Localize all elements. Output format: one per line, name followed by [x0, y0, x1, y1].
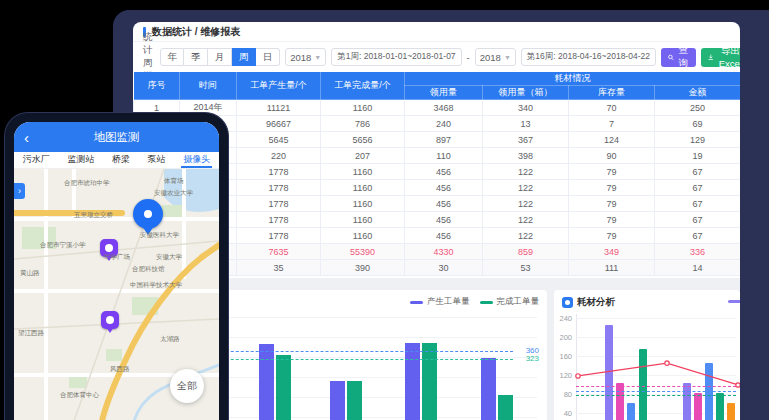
table-cell: 30: [405, 260, 483, 276]
back-icon[interactable]: ‹: [24, 130, 29, 145]
legend-swatch: [480, 301, 493, 304]
tab-摄像头[interactable]: 摄像头: [181, 152, 212, 168]
all-button[interactable]: 全部: [170, 369, 204, 403]
bar-完成工单量[interactable]: [347, 381, 362, 420]
consumable-bar[interactable]: [683, 383, 691, 420]
table-cell: 1160: [321, 228, 405, 244]
col-no: 序号: [134, 72, 180, 100]
table-cell: 220: [237, 148, 321, 164]
table-cell: 122: [483, 228, 569, 244]
table-cell: 19: [655, 148, 741, 164]
table-cell: 124: [569, 132, 655, 148]
selected-location-pin[interactable]: [133, 199, 163, 229]
period-option[interactable]: 日: [256, 48, 280, 66]
period-option[interactable]: 年: [160, 48, 184, 66]
table-cell: 13: [483, 116, 569, 132]
map-label: 风西路: [110, 365, 130, 374]
consumable-bar[interactable]: [694, 393, 702, 420]
y-tick-label: 200: [554, 333, 572, 342]
legend-item[interactable]: 产生工单量: [410, 296, 470, 308]
tab-桥梁[interactable]: 桥梁: [110, 152, 132, 168]
col-sub-4: 金额: [655, 86, 741, 100]
table-cell: 1160: [321, 196, 405, 212]
table-cell: 367: [483, 132, 569, 148]
tab-监测站[interactable]: 监测站: [65, 152, 96, 168]
consumable-bar[interactable]: [716, 393, 724, 420]
table-cell: 336: [655, 244, 741, 260]
breadcrumb-text: 数据统计 / 维修报表: [152, 25, 240, 39]
col-time: 时间: [180, 72, 237, 100]
phone-tabs: 污水厂监测站桥梁泵站摄像头: [14, 152, 219, 169]
camera-marker[interactable]: [101, 311, 119, 329]
map-label: 中国科学技术大学: [130, 281, 182, 290]
table-cell: 79: [569, 196, 655, 212]
map-expand-button[interactable]: ›: [14, 183, 25, 199]
legend-item[interactable]: 完成工单量: [480, 296, 540, 308]
table-cell: 7635: [237, 244, 321, 260]
table-cell: 1778: [237, 196, 321, 212]
table-cell: 79: [569, 228, 655, 244]
tab-污水厂[interactable]: 污水厂: [21, 152, 52, 168]
year-start-select[interactable]: 2018 ▼: [285, 48, 326, 66]
table-cell: 1778: [237, 212, 321, 228]
table-cell: 90: [569, 148, 655, 164]
reference-line: [576, 395, 736, 396]
consumable-bar[interactable]: [616, 383, 624, 420]
y-axis: [576, 314, 577, 420]
col-completed: 工单完成量/个: [321, 72, 405, 100]
legend-label: 产生工单量: [427, 296, 470, 308]
bar-完成工单量[interactable]: [422, 343, 437, 420]
bar-完成工单量[interactable]: [498, 395, 513, 420]
table-cell: 207: [321, 148, 405, 164]
y-tick-label: 120: [554, 371, 572, 380]
tab-泵站[interactable]: 泵站: [146, 152, 168, 168]
range-start-input[interactable]: 第1周: 2018-01-01~2018-01-07: [331, 48, 461, 66]
table-cell: 53: [483, 260, 569, 276]
consumable-bar[interactable]: [627, 403, 635, 420]
chevron-down-icon: ▼: [504, 54, 511, 61]
table-cell: 35: [237, 260, 321, 276]
export-excel-button[interactable]: 导出Excel: [701, 48, 740, 67]
table-row[interactable]: 12014年111211160346834070250: [134, 100, 741, 116]
map-label: 合肥科技馆: [132, 265, 165, 274]
bar-产生工单量[interactable]: [330, 381, 345, 420]
table-cell: 897: [405, 132, 483, 148]
legend-label: 完成工单量: [497, 296, 540, 308]
range-end-input[interactable]: 第16周: 2018-04-16~2018-04-22: [521, 48, 656, 66]
map-label: 合肥市宁溪小学: [40, 241, 86, 250]
bar-产生工单量[interactable]: [405, 343, 420, 420]
map-view[interactable]: › 全部 合肥市琥珀中学体育场安徽农业大学五里墩立交桥安徽医科大学合肥市宁溪小学…: [14, 169, 219, 420]
table-cell: 859: [483, 244, 569, 260]
bar-产生工单量[interactable]: [259, 344, 274, 420]
consumable-bar[interactable]: [639, 349, 647, 420]
reference-label: 360: [526, 346, 539, 355]
table-cell: 122: [483, 196, 569, 212]
map-label: 安徽医科大学: [140, 231, 179, 240]
table-cell: 122: [483, 180, 569, 196]
period-option[interactable]: 月: [208, 48, 232, 66]
table-cell: 786: [321, 116, 405, 132]
period-option[interactable]: 季: [184, 48, 208, 66]
table-cell: 67: [655, 228, 741, 244]
bar-完成工单量[interactable]: [276, 355, 291, 420]
table-cell: 1160: [321, 180, 405, 196]
gridline: [576, 337, 736, 338]
period-segment: 年季月周日: [160, 48, 280, 66]
period-option[interactable]: 周: [232, 48, 256, 66]
map-label: 体育场: [164, 177, 184, 186]
map-label: 望江西路: [18, 329, 44, 338]
year-end-select[interactable]: 2018 ▼: [475, 48, 516, 66]
consumable-bar[interactable]: [727, 403, 735, 420]
table-cell: 456: [405, 196, 483, 212]
table-cell: 14: [655, 260, 741, 276]
table-cell: 67: [655, 196, 741, 212]
year-start-value: 2018: [290, 52, 311, 63]
download-icon: [708, 53, 714, 62]
query-button-label: 查询: [677, 44, 690, 70]
phone-header: ‹ 地图监测: [14, 122, 219, 152]
query-button[interactable]: 查询: [661, 48, 697, 67]
table-cell: 4330: [405, 244, 483, 260]
consumable-bar[interactable]: [605, 325, 613, 420]
bar-产生工单量[interactable]: [481, 358, 496, 420]
gridline: [576, 356, 736, 357]
